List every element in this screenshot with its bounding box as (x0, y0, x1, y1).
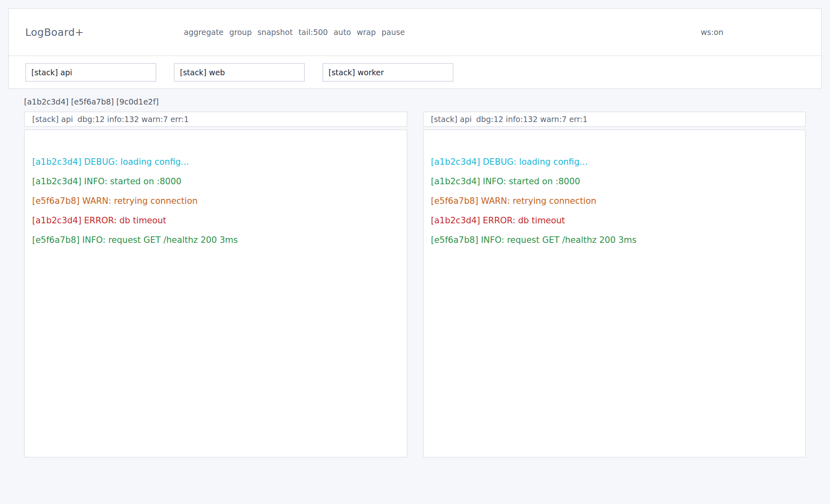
toolbar-item-snapshot[interactable]: snapshot (257, 28, 293, 37)
panel-source-label: [stack] api (431, 115, 472, 124)
log-line: [a1b2c3d4] DEBUG: loading config... (431, 152, 798, 172)
panel-source-label: [stack] api (32, 115, 73, 124)
log-line: [e5f6a7b8] WARN: retrying connection (431, 191, 798, 211)
app-title: LogBoard+ (25, 26, 84, 38)
log-line: [e5f6a7b8] INFO: request GET /healthz 20… (431, 230, 798, 250)
main-area: [a1b2c3d4] [e5f6a7b8] [9c0d1e2f] [stack]… (24, 97, 806, 458)
websocket-status-badge: ws:on (701, 28, 723, 37)
log-line: [a1b2c3d4] ERROR: db timeout (431, 211, 798, 230)
log-line: [a1b2c3d4] INFO: started on :8000 (431, 172, 798, 191)
log-panel-right: [stack] api dbg:12 info:132 warn:7 err:1… (423, 111, 806, 458)
toolbar-item-auto[interactable]: auto (333, 28, 351, 37)
log-panels: [stack] api dbg:12 info:132 warn:7 err:1… (24, 111, 806, 458)
page: LogBoard+ aggregate group snapshot tail:… (0, 0, 830, 504)
log-line: [a1b2c3d4] ERROR: db timeout (32, 211, 399, 230)
filter-input-worker[interactable] (322, 63, 453, 82)
panel-header: [stack] api dbg:12 info:132 warn:7 err:1 (24, 111, 407, 127)
panel-level-counts: dbg:12 info:132 warn:7 err:1 (77, 115, 189, 124)
filter-row (9, 56, 821, 88)
filter-input-api[interactable] (25, 63, 156, 82)
trace-id-list: [a1b2c3d4] [e5f6a7b8] [9c0d1e2f] (24, 97, 806, 106)
toolbar-item-tail[interactable]: tail:500 (298, 28, 328, 37)
filter-input-web[interactable] (174, 63, 305, 82)
log-viewport[interactable]: [a1b2c3d4] DEBUG: loading config... [a1b… (423, 129, 806, 458)
toolbar-item-pause[interactable]: pause (381, 28, 405, 37)
toolbar: aggregate group snapshot tail:500 auto w… (184, 28, 405, 37)
log-line: [e5f6a7b8] INFO: request GET /healthz 20… (32, 230, 399, 250)
toolbar-item-aggregate[interactable]: aggregate (184, 28, 224, 37)
log-line: [a1b2c3d4] DEBUG: loading config... (32, 152, 399, 172)
log-line: [a1b2c3d4] INFO: started on :8000 (32, 172, 399, 191)
panel-header: [stack] api dbg:12 info:132 warn:7 err:1 (423, 111, 806, 127)
top-card: LogBoard+ aggregate group snapshot tail:… (8, 8, 822, 89)
app-header: LogBoard+ aggregate group snapshot tail:… (9, 9, 821, 56)
toolbar-item-wrap[interactable]: wrap (357, 28, 376, 37)
panel-level-counts: dbg:12 info:132 warn:7 err:1 (476, 115, 588, 124)
log-viewport[interactable]: [a1b2c3d4] DEBUG: loading config... [a1b… (24, 129, 407, 458)
log-line: [e5f6a7b8] WARN: retrying connection (32, 191, 399, 211)
log-panel-left: [stack] api dbg:12 info:132 warn:7 err:1… (24, 111, 407, 458)
toolbar-item-group[interactable]: group (229, 28, 252, 37)
